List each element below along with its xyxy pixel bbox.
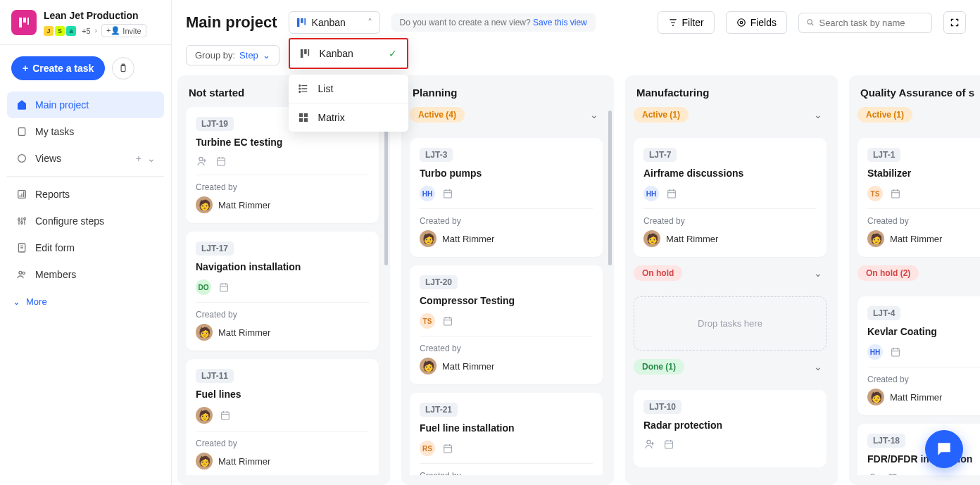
avatar[interactable]: TS [867,186,883,201]
task-title: Stabilizer [867,168,980,179]
avatar[interactable]: DO [196,279,211,295]
clipboard-button[interactable] [112,57,134,80]
task-card[interactable]: LJT-4 Kevlar Coating HH Created by 🧑 Mat… [857,296,980,415]
calendar-icon[interactable] [220,410,231,421]
task-card[interactable]: LJT-7 Airframe discussions HH Created by… [634,138,827,257]
chevron-down-icon[interactable]: ⌄ [810,360,827,374]
status-section-header[interactable]: Active (1) ⌄ [857,107,980,122]
kanban-board: Not started LJT-19 Turbine EC testing Cr… [172,75,980,485]
avatar: 🧑 [420,230,436,247]
svg-rect-17 [300,49,303,58]
calendar-icon[interactable] [442,188,453,199]
status-badge: Active (1) [634,107,689,122]
created-by-label: Created by [196,439,369,448]
clipboard-icon [118,63,128,73]
status-section-header[interactable]: Active (4) ⌄ [410,107,603,122]
plus-icon[interactable]: + [136,153,142,164]
scrollbar[interactable] [384,111,388,265]
chevron-down-icon[interactable]: ⌄ [810,266,827,280]
assign-icon[interactable] [643,438,656,451]
creator-row: 🧑 Matt Rimmer [196,453,369,470]
assign-icon[interactable] [196,155,208,168]
avatar: 🧑 [196,453,213,470]
drop-zone[interactable]: Drop tasks here [634,296,827,351]
status-section-header[interactable]: Done (1) ⌄ [634,359,827,374]
kanban-icon [296,18,306,27]
expand-button[interactable] [943,11,966,34]
create-task-button[interactable]: + Create a task [11,56,105,80]
task-card[interactable]: LJT-10 Radar protection [634,390,827,467]
avatar[interactable]: TS [420,313,435,329]
avatar[interactable]: HH [420,186,435,201]
calendar-icon[interactable] [666,188,677,199]
sidebar-item-edit-form[interactable]: Edit form [7,234,164,261]
scrollbar[interactable] [608,111,612,265]
avatar: 🧑 [867,230,884,247]
avatar[interactable]: HH [867,344,883,360]
task-card[interactable]: LJT-11 Fuel lines 🧑 Created by 🧑 Matt Ri… [186,359,379,475]
nav: Main project My tasks Views + ⌄ Reports [0,92,171,288]
status-section-header[interactable]: On hold ⌄ [634,265,827,281]
calendar-icon[interactable] [442,315,453,327]
calendar-icon[interactable] [663,439,674,450]
avatar[interactable]: 🧑 [196,407,213,424]
sidebar-item-reports[interactable]: Reports [7,181,164,208]
calendar-icon[interactable] [218,282,230,293]
chevron-up-icon: ˄ [367,17,372,28]
group-by-selector[interactable]: Group by: Step ⌄ [186,45,279,65]
view-option-kanban[interactable]: Kanban ✓ [290,39,407,68]
view-selector-button[interactable]: Kanban ˄ [289,11,380,34]
chevron-down-icon[interactable]: ⌄ [586,108,603,122]
more-button[interactable]: ⌄ More [0,288,171,315]
avatar[interactable]: RS [420,441,435,456]
creator-name: Matt Rimmer [442,234,494,244]
task-card[interactable]: LJT-17 Navigation installation DO Create… [186,232,379,351]
sidebar-item-configure-steps[interactable]: Configure steps [7,208,164,234]
project-icon [15,99,28,111]
calendar-icon[interactable] [442,443,453,454]
created-by-label: Created by [420,471,593,475]
view-option-list[interactable]: List [289,75,408,103]
sidebar-item-members[interactable]: Members [7,261,164,288]
save-view-link[interactable]: Save this view [533,18,587,27]
created-by-label: Created by [420,216,593,226]
sidebar-item-main-project[interactable]: Main project [7,92,164,118]
invite-button[interactable]: +👤 Invite [101,24,146,37]
status-section-header[interactable]: On hold (2) ⌄ [857,265,980,281]
chevron-down-icon[interactable]: ⌄ [810,108,827,122]
task-card[interactable]: LJT-3 Turbo pumps HH Created by 🧑 Matt R… [410,138,603,257]
task-id: LJT-4 [867,306,900,320]
svg-rect-2 [27,18,29,25]
creator-row: 🧑 Matt Rimmer [196,196,369,213]
search-input[interactable] [819,18,924,28]
chevron-right-icon[interactable]: › [95,27,97,34]
creator-row: 🧑 Matt Rimmer [867,230,980,247]
assign-icon[interactable] [867,472,880,475]
filter-button[interactable]: Filter [658,11,715,34]
chat-fab[interactable] [925,430,963,468]
fields-button[interactable]: Fields [726,11,787,34]
list-icon [299,84,310,94]
svg-point-8 [18,219,20,221]
search-box[interactable] [798,13,932,33]
status-section-header[interactable]: Active (1) ⌄ [634,107,827,122]
page-title: Main project [186,13,277,32]
task-card[interactable]: LJT-21 Fuel line installation RS Created… [410,393,603,475]
creator-name: Matt Rimmer [442,361,494,372]
calendar-icon[interactable] [887,472,898,475]
extra-members-count[interactable]: +5 [82,27,91,35]
view-option-matrix[interactable]: Matrix [289,103,408,132]
avatar[interactable]: HH [643,186,659,201]
created-by-label: Created by [196,182,369,192]
calendar-icon[interactable] [890,188,901,199]
task-card[interactable]: LJT-1 Stabilizer TS Created by 🧑 Matt Ri… [857,138,980,257]
task-card[interactable]: LJT-20 Compressor Testing TS Created by … [410,265,603,384]
svg-rect-14 [296,18,299,27]
calendar-icon[interactable] [890,346,901,358]
sidebar-item-my-tasks[interactable]: My tasks [7,118,164,145]
topbar: Main project Kanban ˄ Kanban ✓ [172,0,980,41]
avatar: 🧑 [196,196,213,213]
calendar-icon[interactable] [215,156,227,167]
chevron-down-icon[interactable]: ⌄ [147,153,156,164]
sidebar-item-views[interactable]: Views + ⌄ [7,145,164,172]
